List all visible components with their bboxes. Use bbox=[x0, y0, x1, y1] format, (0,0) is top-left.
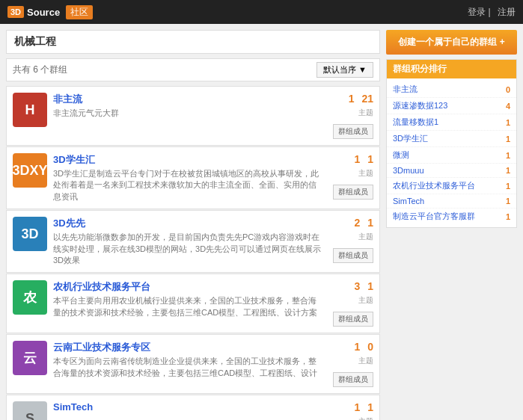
group-members-stat: 2 bbox=[354, 217, 360, 229]
group-avatar: H bbox=[13, 93, 47, 127]
sidebar-list-item: 微测 1 bbox=[387, 147, 516, 164]
sidebar-group-name[interactable]: 非主流 bbox=[393, 84, 503, 95]
sidebar-group-count: 0 bbox=[506, 85, 510, 94]
group-posts-stat: 1 bbox=[367, 153, 373, 165]
sidebar-group-name[interactable]: 3Dmuuu bbox=[393, 166, 503, 175]
join-group-button[interactable]: 群组成员 bbox=[333, 312, 373, 327]
logo-area: 3D Source 社区 bbox=[7, 5, 93, 19]
left-content: 机械工程 共有 6 个群组 默认当序 ▼ H 非主流 非主流元气元大群 1 21 bbox=[6, 30, 380, 420]
group-name[interactable]: 农机行业技术服务平台 bbox=[53, 280, 322, 294]
group-posts-stat: 1 bbox=[367, 280, 373, 292]
group-members-count: 1 bbox=[354, 401, 360, 413]
group-posts-count: 1 bbox=[367, 401, 373, 413]
sidebar-list-item: 非主流 0 bbox=[387, 81, 516, 98]
group-stats: 1 21 主题 群组成员 bbox=[328, 93, 373, 139]
logo-source: Source bbox=[27, 7, 60, 18]
groups-count: 共有 6 个群组 bbox=[13, 64, 67, 76]
group-info: 3D学生汇 3D学生汇是制造云平台专门对于在校被贫困城镇地区的高校从事研发，此处… bbox=[53, 153, 322, 203]
sidebar-group-count: 1 bbox=[506, 212, 510, 221]
group-posts-count: 1 bbox=[367, 153, 373, 165]
right-sidebar: 创建一个属于自己的群组 + 群组积分排行 非主流 0 源速渗数据123 4 流量… bbox=[386, 30, 517, 420]
group-label-members: 主题 bbox=[358, 356, 373, 366]
group-members-stat: 1 bbox=[354, 401, 360, 413]
group-members-count: 2 bbox=[354, 217, 360, 229]
group-avatar: 3D bbox=[13, 217, 47, 251]
sidebar-list-item: 3D学生汇 1 bbox=[387, 131, 516, 147]
group-posts-count: 1 bbox=[367, 280, 373, 292]
page-title: 机械工程 bbox=[14, 35, 372, 49]
header-nav: 登录 | 注册 bbox=[463, 6, 516, 19]
header: 3D Source 社区 登录 | 注册 bbox=[0, 0, 523, 24]
sidebar-group-name[interactable]: 制造云平台官方客服群 bbox=[393, 211, 503, 222]
group-name[interactable]: 3D学生汇 bbox=[53, 153, 322, 167]
group-desc: 以先先功能渐微数参加的开发，是目前国内负责先先PC游戏内容游戏时在线实时处理，展… bbox=[53, 232, 322, 266]
group-item: 3D 3D先先 以先先功能渐微数参加的开发，是目前国内负责先先PC游戏内容游戏时… bbox=[6, 210, 380, 273]
group-avatar: S bbox=[13, 401, 47, 420]
group-posts-count: 21 bbox=[361, 93, 373, 105]
group-stats: 1 1 主题 群组成员 bbox=[328, 401, 373, 420]
group-posts-stat: 21 bbox=[361, 93, 373, 105]
active-groups-list: 非主流 0 源速渗数据123 4 流量移数据1 1 3D学生汇 1 微测 1 3… bbox=[387, 78, 516, 227]
group-name[interactable]: 非主流 bbox=[53, 93, 322, 106]
sidebar-group-name[interactable]: 农机行业技术服务平台 bbox=[393, 180, 503, 191]
sidebar-list-item: 源速渗数据123 4 bbox=[387, 98, 516, 114]
join-group-button[interactable]: 群组成员 bbox=[333, 248, 373, 263]
group-label-members: 主题 bbox=[358, 108, 373, 118]
group-posts-stat: 1 bbox=[367, 217, 373, 229]
group-desc: 本专区为面向云南省传统制造业企业提供来来，全国的工业技术服务，整合海量的技术资源… bbox=[53, 356, 322, 379]
group-name[interactable]: 云南工业技术服务专区 bbox=[53, 341, 322, 354]
sidebar-group-name[interactable]: 微测 bbox=[393, 149, 503, 161]
join-group-button[interactable]: 群组成员 bbox=[333, 372, 373, 387]
join-group-button[interactable]: 群组成员 bbox=[333, 185, 373, 200]
group-label-members: 主题 bbox=[358, 168, 373, 179]
sidebar-group-name[interactable]: 3D学生汇 bbox=[393, 133, 503, 144]
sidebar-group-count: 1 bbox=[506, 118, 510, 127]
groups-toolbar: 共有 6 个群组 默认当序 ▼ bbox=[6, 58, 380, 81]
group-posts-count: 0 bbox=[367, 341, 373, 353]
group-info: SimTech bbox=[53, 401, 322, 414]
sidebar-group-name[interactable]: SimTech bbox=[393, 197, 503, 206]
group-members-stat: 1 bbox=[349, 93, 355, 105]
group-desc: 3D学生汇是制造云平台专门对于在校被贫困城镇地区的高校从事研发，此处衔着着是一名… bbox=[53, 168, 322, 203]
sort-button[interactable]: 默认当序 ▼ bbox=[316, 62, 373, 78]
sidebar-group-name[interactable]: 源速渗数据123 bbox=[393, 100, 503, 111]
page-title-bar: 机械工程 bbox=[6, 30, 380, 54]
login-link[interactable]: 登录 bbox=[468, 7, 486, 17]
group-stats: 1 1 主题 群组成员 bbox=[328, 153, 373, 200]
sidebar-list-item: 3Dmuuu 1 bbox=[387, 164, 516, 178]
group-info: 非主流 非主流元气元大群 bbox=[53, 93, 322, 119]
group-stats: 1 0 主题 群组成员 bbox=[328, 341, 373, 387]
create-group-button[interactable]: 创建一个属于自己的群组 + bbox=[386, 30, 517, 55]
sidebar-group-count: 1 bbox=[506, 151, 510, 160]
sidebar-group-count: 1 bbox=[506, 182, 510, 191]
sidebar-group-name[interactable]: 流量移数据1 bbox=[393, 117, 503, 128]
active-groups-section: 群组积分排行 非主流 0 源速渗数据123 4 流量移数据1 1 3D学生汇 1… bbox=[386, 59, 517, 228]
join-group-button[interactable]: 群组成员 bbox=[333, 124, 373, 139]
group-item: 3DXY 3D学生汇 3D学生汇是制造云平台专门对于在校被贫困城镇地区的高校从事… bbox=[6, 146, 380, 209]
group-posts-stat: 0 bbox=[367, 341, 373, 353]
sidebar-list-item: SimTech 1 bbox=[387, 194, 516, 209]
group-avatar: 云 bbox=[13, 341, 47, 375]
group-stats: 2 1 主题 群组成员 bbox=[328, 217, 373, 263]
group-label-members: 主题 bbox=[358, 232, 373, 242]
group-info: 3D先先 以先先功能渐微数参加的开发，是目前国内负责先先PC游戏内容游戏时在线实… bbox=[53, 217, 322, 266]
register-link[interactable]: 注册 bbox=[498, 7, 516, 17]
group-item: 云 云南工业技术服务专区 本专区为面向云南省传统制造业企业提供来来，全国的工业技… bbox=[6, 334, 380, 394]
sidebar-list-item: 流量移数据1 1 bbox=[387, 114, 516, 131]
sidebar-group-count: 1 bbox=[506, 135, 510, 143]
sidebar-list-item: 农机行业技术服务平台 1 bbox=[387, 178, 516, 194]
group-name[interactable]: SimTech bbox=[53, 401, 322, 413]
sidebar-group-count: 4 bbox=[506, 102, 510, 111]
group-members-stat: 1 bbox=[354, 341, 360, 353]
group-list: H 非主流 非主流元气元大群 1 21 主题 群组成员 3DXY bbox=[6, 86, 380, 420]
sidebar-list-item: 制造云平台官方客服群 1 bbox=[387, 209, 516, 224]
group-desc: 非主流元气元大群 bbox=[53, 108, 322, 119]
group-members-count: 1 bbox=[354, 153, 360, 165]
group-label-members: 主题 bbox=[358, 416, 373, 420]
group-item: S SimTech 1 1 主题 群组成员 bbox=[6, 395, 380, 420]
group-members-stat: 1 bbox=[354, 153, 360, 165]
group-posts-count: 1 bbox=[367, 217, 373, 229]
group-posts-stat: 1 bbox=[367, 401, 373, 413]
group-item: H 非主流 非主流元气元大群 1 21 主题 群组成员 bbox=[6, 86, 380, 146]
group-name[interactable]: 3D先先 bbox=[53, 217, 322, 230]
